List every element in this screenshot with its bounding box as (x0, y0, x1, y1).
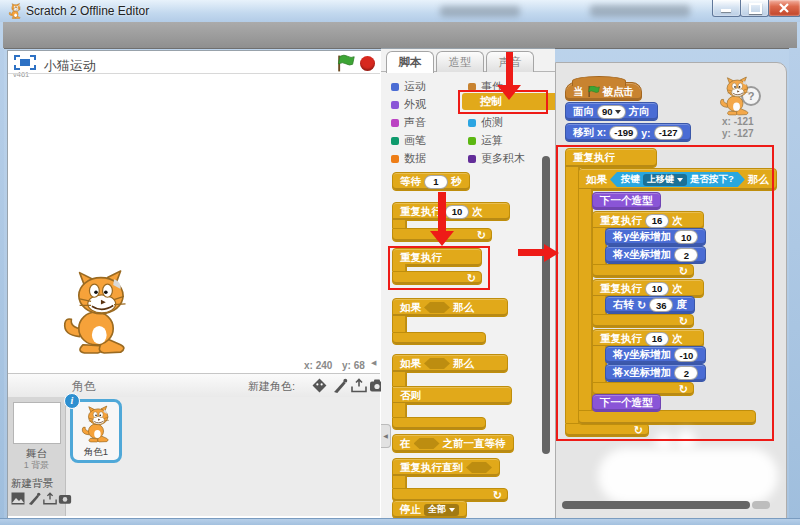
annotation-arrow-forever-head (430, 231, 454, 246)
annotation-arrow-control-stem (506, 52, 513, 86)
x-input[interactable]: -199 (609, 126, 638, 140)
upload-sprite-icon[interactable] (351, 378, 367, 393)
upload-backdrop-icon[interactable] (43, 492, 57, 505)
palette-if-else-spine2 (392, 403, 407, 417)
boolean-slot[interactable] (424, 358, 450, 369)
point-in-direction-block[interactable]: 面向 90 方向 (565, 102, 658, 121)
palette-wait-until-block[interactable]: 在之前一直等待 (392, 434, 514, 453)
palette-if-else-cap (392, 417, 486, 430)
palette-repeat-until-spine (392, 476, 407, 488)
sprites-header-label: 角色 (72, 378, 96, 395)
number-input[interactable]: 10 (445, 205, 469, 219)
palette-if-else-spine1 (392, 372, 407, 386)
category-swatch (391, 137, 399, 145)
palette-scrollbar[interactable] (542, 156, 550, 454)
stage-thumbnail[interactable] (13, 402, 61, 444)
palette-if-block[interactable]: 如果那么 (392, 298, 508, 317)
dropdown-arrow-icon (615, 110, 621, 114)
annotation-arrow-script-stem (518, 249, 545, 256)
palette-repeat-spine (392, 220, 407, 228)
sprite-info-icon[interactable]: i (64, 393, 80, 409)
menu-bar: SCRATCH 文件 编辑 提示 关于 ? (3, 22, 797, 49)
when-flag-clicked-block[interactable]: 当 被点击 (565, 82, 642, 101)
tab-scripts[interactable]: 脚本 (386, 51, 434, 73)
annotation-rect-forever-palette (388, 246, 490, 290)
category-swatch (468, 155, 476, 163)
boolean-slot[interactable] (424, 302, 450, 313)
loop-arrow-icon: ↻ (493, 490, 502, 500)
blurred-text (440, 6, 520, 17)
green-flag-icon[interactable] (336, 54, 355, 73)
palette-stop-block[interactable]: 停止 全部 (392, 500, 467, 519)
stage-header-divider (8, 73, 380, 74)
window-title: Scratch 2 Offline Editor (26, 4, 149, 18)
mouse-x-readout: x: 240 (304, 360, 332, 371)
green-flag-icon (587, 85, 600, 98)
category-operators[interactable]: 运算 (468, 133, 503, 148)
category-looks[interactable]: 外观 (391, 97, 426, 112)
stage-cat-sprite[interactable] (55, 268, 137, 356)
tab-costumes[interactable]: 造型 (436, 51, 484, 72)
annotation-rect-script-forever (556, 145, 774, 441)
category-swatch (391, 155, 399, 163)
backdrop-library-icon[interactable] (11, 492, 25, 505)
sprite-x-readout: x: -121 (722, 116, 754, 127)
category-swatch (391, 101, 399, 109)
backdrop-count: 1 背景 (8, 459, 65, 472)
minimize-button[interactable] (712, 0, 741, 17)
stop-icon[interactable] (360, 56, 375, 71)
collapse-palette-icon[interactable]: ◀ (381, 424, 391, 448)
window-border-right (789, 48, 800, 525)
palette-wait-block[interactable]: 等待1秒 (392, 172, 470, 191)
palette-if-spine (392, 316, 407, 332)
sprite-card-selected[interactable]: 角色1 (70, 399, 122, 463)
sprite-y-readout: y: -127 (722, 128, 754, 139)
app-window: Scratch 2 Offline Editor SCRATCH 文件 编辑 提… (0, 0, 800, 525)
sprite-name-label: 角色1 (75, 446, 117, 459)
palette-repeat-until-block[interactable]: 重复执行直到 (392, 458, 500, 477)
annotation-rect-control (458, 90, 548, 114)
mouse-y-readout: y: 68 (342, 360, 365, 371)
erased-watermark (598, 448, 778, 504)
palette-if-else-block[interactable]: 如果那么 (392, 354, 508, 373)
number-input[interactable]: 1 (424, 175, 448, 189)
paint-backdrop-icon[interactable] (28, 492, 41, 505)
title-bar: Scratch 2 Offline Editor (0, 0, 800, 22)
window-border-bottom (0, 518, 800, 525)
category-sound[interactable]: 声音 (391, 115, 426, 130)
paint-new-sprite-icon[interactable] (333, 378, 348, 393)
collapse-stage-icon[interactable]: ◀ (371, 359, 376, 367)
window-border-left (0, 48, 4, 525)
script-h-scrollbar[interactable] (562, 501, 750, 509)
category-pen[interactable]: 画笔 (391, 133, 426, 148)
go-to-xy-block[interactable]: 移到 x: -199 y: -127 (565, 123, 691, 142)
palette-if-else-middle: 否则 (392, 386, 512, 405)
new-sprite-library-icon[interactable] (312, 378, 327, 393)
app-cat-icon (7, 3, 23, 19)
category-swatch (468, 119, 476, 127)
script-pane-sprite-ghost (716, 76, 754, 116)
category-data[interactable]: 数据 (391, 151, 426, 166)
boolean-slot[interactable] (414, 438, 440, 449)
y-input[interactable]: -127 (654, 126, 683, 140)
maximize-button[interactable] (740, 0, 769, 17)
category-motion[interactable]: 运动 (391, 79, 426, 94)
version-label: v461 (13, 70, 29, 79)
close-button[interactable] (768, 0, 800, 17)
palette-repeat-block[interactable]: 重复执行10次 (392, 202, 510, 221)
close-icon (779, 3, 789, 13)
direction-dropdown[interactable]: 90 (597, 105, 626, 119)
palette-if-cap (392, 332, 486, 345)
minimize-icon (721, 9, 731, 12)
fullscreen-icon[interactable] (14, 55, 36, 70)
boolean-slot[interactable] (466, 462, 492, 473)
new-backdrop-label: 新建背景 (11, 477, 53, 491)
category-sensing[interactable]: 侦测 (468, 115, 503, 130)
new-sprite-label: 新建角色: (248, 379, 295, 394)
camera-backdrop-icon[interactable] (58, 492, 72, 505)
maximize-icon (749, 3, 762, 14)
stop-dropdown[interactable]: 全部 (424, 504, 459, 516)
dropdown-arrow-icon (449, 508, 455, 512)
category-more-blocks[interactable]: 更多积木 (468, 151, 525, 166)
sprite-thumbnail-cat (78, 404, 114, 444)
